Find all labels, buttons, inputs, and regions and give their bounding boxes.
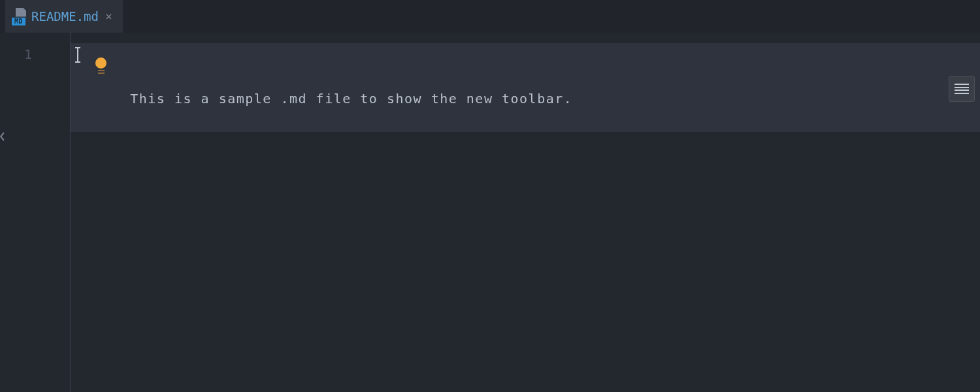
tab-bar-left-pad: [0, 0, 5, 33]
tab-bar: MD README.md ×: [0, 0, 980, 33]
panel-edge-icon[interactable]: [0, 129, 5, 144]
line-number: 1: [0, 43, 70, 65]
editor-area[interactable]: 1 This is a sample .md file to show the …: [0, 33, 980, 392]
code-line-1-text: This is a sample .md file to show the ne…: [130, 91, 572, 106]
line-number-gutter: 1: [0, 33, 71, 392]
code-line-1[interactable]: This is a sample .md file to show the ne…: [71, 43, 980, 132]
floating-toolbar-button[interactable]: [949, 76, 975, 102]
code-body[interactable]: This is a sample .md file to show the ne…: [71, 33, 980, 392]
tab-filename: README.md: [31, 10, 99, 23]
editor-tab-readme[interactable]: MD README.md ×: [5, 0, 123, 33]
lightbulb-icon[interactable]: [95, 57, 106, 74]
menu-icon: [955, 84, 969, 94]
close-icon[interactable]: ×: [104, 10, 114, 22]
markdown-file-icon: MD: [12, 8, 26, 25]
text-caret-icon: [77, 47, 78, 63]
